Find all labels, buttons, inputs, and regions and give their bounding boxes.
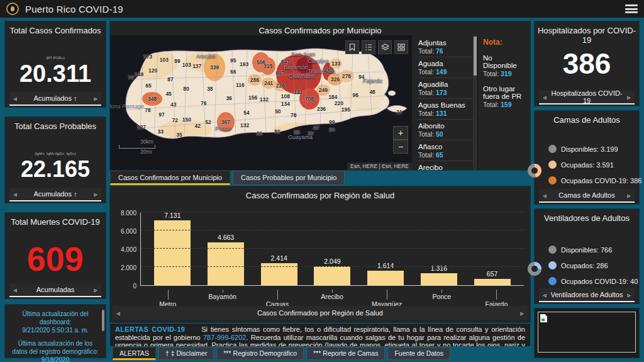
map-municipio-value[interactable]: 38 — [207, 86, 213, 92]
prev-arrow-icon[interactable]: ◃ — [539, 192, 550, 199]
map-municipio-value[interactable]: 103 — [160, 57, 169, 63]
map-municipio-value[interactable]: 66 — [230, 69, 236, 75]
map-municipio-value[interactable]: 127 — [137, 124, 146, 130]
map-municipio-value[interactable]: 47 — [313, 125, 319, 131]
tab-disclaimer[interactable]: † ‡ Disclaimer — [158, 347, 214, 360]
menu-icon[interactable] — [625, 4, 638, 13]
zoom-out-button[interactable]: − — [393, 140, 408, 154]
map-municipio-value[interactable]: 65 — [145, 82, 151, 89]
municipio-list-item[interactable]: AguadaTotal: 149 — [418, 57, 473, 78]
prev-arrow-icon[interactable]: ◃ — [9, 286, 21, 293]
prev-arrow-icon[interactable]: ◃ — [539, 94, 550, 101]
map-municipio-value[interactable]: 36 — [226, 95, 231, 101]
map-municipio-value[interactable]: 241 — [264, 80, 273, 86]
map-municipio-value[interactable]: 339 — [210, 64, 219, 71]
map-municipio-value[interactable]: 195 — [341, 106, 350, 113]
tab-alertas[interactable]: ALERTAS — [113, 347, 156, 360]
municipio-list-item[interactable]: AguadillaTotal: 173 — [418, 78, 473, 99]
bar-fajardo[interactable] — [474, 279, 511, 285]
prev-arrow-icon[interactable]: ◃ — [539, 291, 550, 298]
map-municipio-value[interactable]: 33 — [157, 128, 163, 135]
map-municipio-value[interactable]: 132 — [240, 122, 249, 128]
prev-arrow-icon[interactable]: ◃ — [9, 191, 21, 198]
map-municipio-value[interactable]: 108 — [281, 93, 290, 99]
bookmark-icon[interactable] — [345, 40, 359, 54]
map-municipio-value[interactable]: 131 — [294, 89, 303, 95]
map-municipio-value[interactable]: 97 — [158, 111, 164, 118]
prev-arrow-icon[interactable]: ◃ — [9, 95, 21, 102]
map-municipio-value[interactable]: 315 — [264, 63, 272, 69]
map-municipio-value[interactable]: 193 — [240, 61, 248, 67]
bar-ponce[interactable] — [421, 273, 457, 285]
map-municipio-value[interactable]: 99 — [329, 119, 335, 125]
map-municipio-value[interactable]: 80 — [274, 128, 280, 135]
map-municipio-value[interactable]: 42 — [194, 123, 200, 129]
map-canvas[interactable]: 1731038910313733995193506315647133432278… — [110, 35, 412, 170]
map-municipio-value[interactable]: 21 — [396, 109, 402, 115]
tab-registro-demogr-fico[interactable]: *** Registro Demográfico — [216, 347, 304, 360]
map-municipio-value[interactable]: 43 — [170, 101, 176, 108]
map-municipio-value[interactable]: 236 — [317, 106, 326, 112]
map-municipio-value[interactable]: 96 — [353, 92, 358, 98]
map-municipio-value[interactable]: 72 — [172, 117, 177, 123]
map-municipio-value[interactable]: 80 — [183, 86, 189, 92]
map-municipio-value[interactable]: 76 — [201, 100, 206, 106]
map-municipio-value[interactable]: 95 — [230, 57, 236, 64]
next-arrow-icon[interactable]: ▹ — [90, 286, 101, 293]
next-arrow-icon[interactable]: ▹ — [516, 310, 528, 317]
zoom-in-button[interactable]: + — [393, 126, 408, 140]
map-municipio-value[interactable]: 326 — [331, 76, 340, 82]
map-municipio-value[interactable]: 120 — [148, 67, 157, 74]
camas-pie-chart[interactable] — [528, 164, 541, 178]
ventiladores-pie-chart[interactable] — [528, 262, 541, 276]
map-municipio-value[interactable]: 54 — [243, 110, 249, 116]
scrollbar[interactable] — [102, 310, 104, 331]
next-arrow-icon[interactable]: ▹ — [623, 291, 635, 298]
municipio-list-item[interactable]: AñascoTotal: 65 — [418, 140, 473, 161]
map-municipio-value[interactable]: 78 — [291, 112, 296, 118]
map-municipio-value[interactable]: 286 — [250, 77, 259, 83]
map-municipio-value[interactable]: 103 — [182, 62, 191, 68]
legend-icon[interactable] — [362, 40, 375, 54]
tab-fuente-de-datos[interactable]: Fuente de Datos — [387, 347, 450, 360]
next-arrow-icon[interactable]: ▹ — [623, 94, 635, 101]
map-municipio-value[interactable]: 52 — [205, 119, 211, 125]
map-municipio-value[interactable]: 220 — [335, 100, 343, 106]
map-municipio-value[interactable]: 226 — [276, 82, 285, 89]
next-arrow-icon[interactable]: ▹ — [90, 191, 101, 198]
map-municipio-value[interactable]: 34 — [329, 127, 335, 133]
list-scrollbar[interactable] — [473, 35, 477, 170]
map-municipio-value[interactable]: 367 — [221, 119, 230, 125]
bar-bayamón[interactable] — [208, 242, 244, 285]
map-municipio-value[interactable]: 36 — [256, 130, 262, 137]
map-municipio-value[interactable]: 149 — [135, 71, 143, 77]
map-municipio-value[interactable]: 50 — [275, 108, 280, 115]
layers-icon[interactable] — [378, 40, 392, 54]
map-municipio-value[interactable]: 173 — [143, 54, 152, 60]
map-municipio-value[interactable]: 132 — [260, 96, 269, 103]
map-municipio-value[interactable]: 137 — [192, 63, 201, 69]
map-municipio-value[interactable]: 156 — [248, 94, 257, 101]
municipio-list-item[interactable]: Aguas BuenasTotal: 131 — [418, 99, 473, 120]
map-municipio-value[interactable]: 708 — [305, 96, 314, 102]
prev-arrow-icon[interactable]: ◃ — [113, 310, 124, 317]
municipio-list-item[interactable]: AdjuntasTotal: 76 — [418, 37, 473, 57]
map-tab-casos-confirmados-por-municipio[interactable]: Casos Confirmados por Municipio — [110, 171, 230, 185]
map-municipio-value[interactable]: 35 — [176, 132, 182, 138]
bar-arecibo[interactable] — [314, 266, 350, 285]
map-municipio-value[interactable]: 74 — [128, 74, 133, 81]
map-municipio-value[interactable]: 348 — [148, 96, 157, 102]
map-municipio-value[interactable]: 87 — [167, 76, 173, 82]
phone-link[interactable]: 787-999-6202 — [203, 334, 247, 341]
map-municipio-value[interactable]: 78 — [145, 107, 150, 113]
map-municipio-value[interactable]: 48 — [369, 89, 375, 95]
tab-reporte-de-camas[interactable]: *** Reporte de Camas — [306, 347, 385, 360]
map-municipio-value[interactable]: 133 — [331, 60, 340, 67]
next-arrow-icon[interactable]: ▹ — [623, 192, 635, 199]
next-arrow-icon[interactable]: ▹ — [90, 95, 101, 102]
map-municipio-value[interactable]: 45 — [165, 91, 171, 97]
bar-mayagüez[interactable] — [367, 271, 404, 285]
map-tab-casos-probables-por-municipio[interactable]: Casos Probables por Municipio — [233, 171, 345, 185]
map-municipio-value[interactable]: 150 — [182, 116, 191, 123]
municipio-list-item[interactable]: AreciboTotal: 339 — [418, 161, 473, 170]
